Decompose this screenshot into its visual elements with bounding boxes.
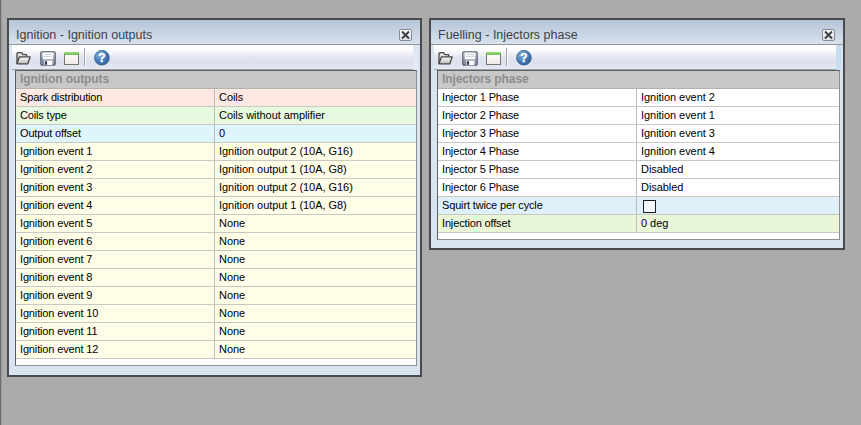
svg-text:?: ? [520, 51, 527, 65]
svg-text:?: ? [98, 51, 105, 65]
